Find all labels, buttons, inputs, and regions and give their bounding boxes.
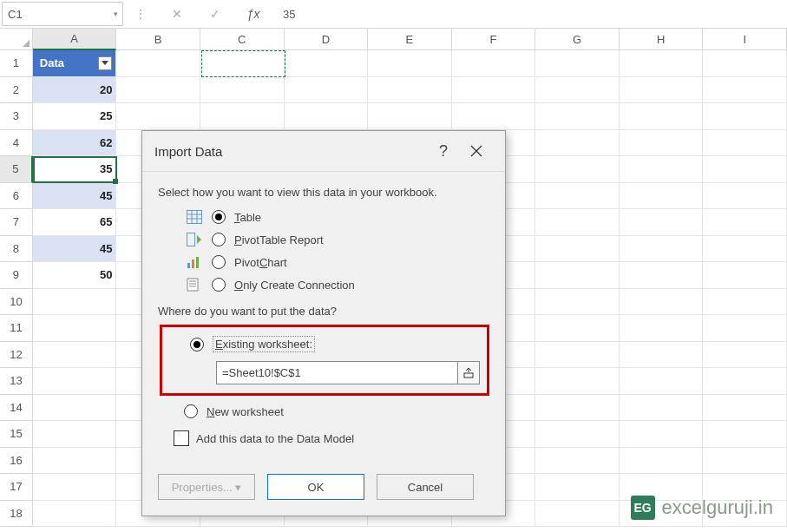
row-header[interactable]: 16 bbox=[0, 448, 33, 475]
cell[interactable] bbox=[620, 103, 704, 130]
radio-pivottable[interactable] bbox=[212, 233, 226, 246]
data-model-checkbox[interactable] bbox=[174, 430, 189, 446]
cell[interactable]: 62 bbox=[33, 130, 117, 157]
cell[interactable] bbox=[535, 262, 620, 289]
radio-existing-worksheet[interactable] bbox=[190, 338, 204, 351]
cell[interactable] bbox=[535, 315, 620, 342]
cell[interactable] bbox=[368, 77, 452, 104]
cell[interactable] bbox=[33, 368, 117, 395]
cell[interactable] bbox=[703, 421, 787, 448]
cell[interactable] bbox=[620, 395, 704, 422]
row-header[interactable]: 4 bbox=[0, 130, 33, 157]
cell[interactable] bbox=[285, 77, 369, 104]
row-header[interactable]: 13 bbox=[0, 368, 33, 395]
cell[interactable] bbox=[620, 50, 704, 77]
cell[interactable] bbox=[535, 395, 620, 422]
cell[interactable] bbox=[620, 183, 704, 210]
cell[interactable]: 50 bbox=[33, 262, 117, 289]
cell[interactable] bbox=[620, 156, 704, 183]
cell[interactable] bbox=[33, 342, 117, 369]
option-pivottable[interactable]: PivotTable Report bbox=[158, 228, 489, 251]
cell[interactable] bbox=[535, 130, 620, 157]
cell[interactable] bbox=[703, 209, 787, 236]
row-header[interactable]: 10 bbox=[0, 289, 33, 316]
row-header[interactable]: 1 bbox=[0, 50, 33, 77]
option-table[interactable]: Table bbox=[158, 206, 489, 228]
cell[interactable] bbox=[200, 50, 285, 77]
cell[interactable] bbox=[368, 103, 452, 130]
cell[interactable] bbox=[620, 315, 704, 342]
col-header-E[interactable]: E bbox=[368, 29, 452, 50]
cell[interactable] bbox=[620, 236, 704, 263]
cell[interactable] bbox=[535, 421, 620, 448]
cell[interactable] bbox=[535, 50, 620, 77]
cell[interactable]: 45 bbox=[33, 183, 117, 210]
properties-button[interactable]: Properties... ▾ bbox=[158, 474, 255, 500]
cell[interactable] bbox=[368, 50, 452, 77]
radio-connection[interactable] bbox=[212, 278, 226, 292]
cell[interactable] bbox=[620, 448, 704, 475]
col-header-H[interactable]: H bbox=[620, 29, 704, 50]
dialog-titlebar[interactable]: Import Data ? bbox=[142, 131, 505, 172]
cell[interactable]: 65 bbox=[33, 209, 117, 236]
cell[interactable] bbox=[285, 103, 369, 130]
formula-bar-value[interactable]: 35 bbox=[272, 8, 295, 21]
cell[interactable] bbox=[703, 368, 787, 395]
cell[interactable]: 25 bbox=[33, 103, 117, 130]
row-header[interactable]: 18 bbox=[0, 501, 33, 528]
cell[interactable] bbox=[535, 236, 620, 263]
radio-table[interactable] bbox=[212, 210, 226, 224]
name-box[interactable]: C1 bbox=[2, 2, 123, 26]
col-header-C[interactable]: C bbox=[200, 29, 285, 50]
cell[interactable] bbox=[535, 77, 620, 104]
help-icon[interactable]: ? bbox=[427, 131, 460, 171]
option-pivotchart[interactable]: PivotChart bbox=[158, 251, 489, 273]
cell[interactable] bbox=[620, 342, 704, 369]
cell[interactable] bbox=[535, 368, 620, 395]
cell[interactable] bbox=[620, 130, 704, 157]
cell[interactable] bbox=[116, 77, 200, 104]
cell[interactable] bbox=[703, 289, 787, 316]
cell[interactable] bbox=[620, 77, 704, 104]
row-header[interactable]: 7 bbox=[0, 209, 33, 236]
cell[interactable] bbox=[116, 50, 200, 77]
cell[interactable] bbox=[33, 501, 117, 528]
cell[interactable] bbox=[452, 50, 536, 77]
col-header-A[interactable]: A bbox=[33, 29, 117, 50]
cancel-entry-icon[interactable]: ✕ bbox=[158, 7, 196, 21]
row-header[interactable]: 15 bbox=[0, 421, 33, 448]
cell[interactable] bbox=[535, 342, 620, 369]
cell[interactable]: Data bbox=[33, 50, 117, 77]
cell[interactable] bbox=[452, 77, 536, 104]
cell[interactable] bbox=[703, 342, 787, 369]
cell[interactable] bbox=[535, 103, 620, 130]
select-all-corner[interactable] bbox=[0, 29, 33, 50]
col-header-D[interactable]: D bbox=[285, 29, 369, 50]
cell[interactable]: 20 bbox=[33, 77, 117, 104]
row-header[interactable]: 2 bbox=[0, 77, 33, 104]
cell[interactable] bbox=[452, 103, 536, 130]
cell[interactable] bbox=[703, 448, 787, 475]
cell[interactable] bbox=[620, 209, 704, 236]
enter-entry-icon[interactable]: ✓ bbox=[196, 7, 234, 21]
col-header-G[interactable]: G bbox=[535, 29, 620, 50]
cancel-button[interactable]: Cancel bbox=[377, 474, 474, 500]
cell[interactable] bbox=[535, 183, 620, 210]
fx-icon[interactable]: ƒx bbox=[234, 7, 272, 21]
reference-input[interactable]: =Sheet10!$C$1 bbox=[216, 361, 458, 384]
cell[interactable] bbox=[33, 448, 117, 475]
col-header-B[interactable]: B bbox=[116, 29, 200, 50]
cell[interactable] bbox=[535, 501, 620, 528]
filter-dropdown-icon[interactable] bbox=[98, 56, 112, 70]
row-header[interactable]: 8 bbox=[0, 236, 33, 263]
cell[interactable] bbox=[535, 209, 620, 236]
cell[interactable] bbox=[703, 236, 787, 263]
cell[interactable] bbox=[33, 289, 117, 316]
cell[interactable] bbox=[33, 395, 117, 422]
row-header[interactable]: 5 bbox=[0, 156, 33, 183]
cell[interactable] bbox=[620, 289, 704, 316]
cell[interactable] bbox=[703, 156, 787, 183]
cell[interactable] bbox=[200, 77, 285, 104]
cell[interactable] bbox=[703, 130, 787, 157]
cell[interactable] bbox=[620, 262, 704, 289]
